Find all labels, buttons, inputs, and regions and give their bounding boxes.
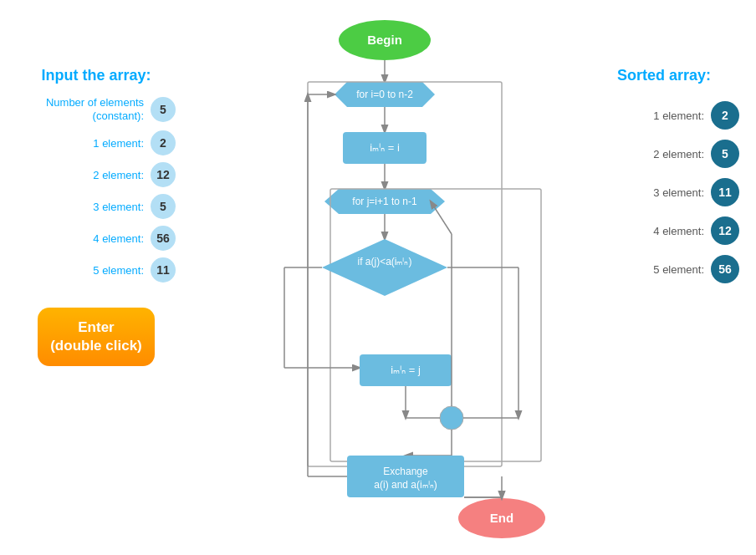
element-label-3: 3 element: <box>93 201 144 213</box>
sorted-label-2: 2 element: <box>653 148 704 160</box>
element-value-5[interactable]: 11 <box>151 257 176 283</box>
sorted-row-4: 4 element: 12 <box>580 216 748 245</box>
sorted-value-3: 11 <box>711 178 739 206</box>
exchange-label2: a(i) and a(iₘᴵₙ) <box>374 479 437 491</box>
element-value-4[interactable]: 56 <box>151 226 176 251</box>
sorted-row-5: 5 element: 56 <box>580 255 748 283</box>
element-label-5: 5 element: <box>93 264 144 277</box>
element-row-3: 3 element: 5 <box>8 194 184 219</box>
sorted-value-1: 2 <box>711 101 739 130</box>
sorted-value-2: 5 <box>711 140 739 168</box>
enter-button[interactable]: Enter(double click) <box>38 308 155 366</box>
svg-rect-4 <box>330 189 541 461</box>
element-value-2[interactable]: 12 <box>151 162 176 187</box>
imin-assign-label: iₘᴵₙ = i <box>370 141 400 154</box>
element-row-4: 4 element: 56 <box>8 226 184 251</box>
element-value-1[interactable]: 2 <box>151 130 176 155</box>
sorted-value-4: 12 <box>711 216 739 245</box>
end-label: End <box>490 511 513 525</box>
element-row-2: 2 element: 12 <box>8 162 184 187</box>
svg-line-15 <box>431 201 452 234</box>
element-label-2: 2 element: <box>93 169 144 181</box>
flowchart: Begin for i=0 to n-2 iₘᴵₙ = i for j=i+1 … <box>184 8 585 543</box>
exchange-label: Exchange <box>383 466 428 477</box>
element-label-1: 1 element: <box>93 137 144 150</box>
num-elements-label: Number of elements(constant): <box>46 96 144 122</box>
sorted-row-2: 2 element: 5 <box>580 140 748 168</box>
sorted-value-5: 56 <box>711 255 739 283</box>
loop1-label: for i=0 to n-2 <box>356 89 413 100</box>
sorted-title: Sorted array: <box>580 67 748 84</box>
sorted-row-1: 1 element: 2 <box>580 101 748 130</box>
loop2-label: for j=i+1 to n-1 <box>352 196 417 207</box>
element-label-4: 4 element: <box>93 232 144 245</box>
input-title: Input the array: <box>8 67 184 84</box>
condition-shape <box>322 239 447 296</box>
imin-j-label: iₘᴵₙ = j <box>391 364 421 376</box>
num-elements-row: Number of elements(constant): 5 <box>8 96 184 122</box>
sorted-label-1: 1 element: <box>653 109 704 122</box>
begin-label: Begin <box>367 33 402 47</box>
sorted-label-5: 5 element: <box>653 263 704 276</box>
flowchart-svg: Begin for i=0 to n-2 iₘᴵₙ = i for j=i+1 … <box>184 8 585 543</box>
connector-circle <box>440 406 463 430</box>
condition-label: if a(j)<a(iₘᴵₙ) <box>357 256 411 267</box>
left-panel: Input the array: Number of elements(cons… <box>8 67 184 366</box>
sorted-label-4: 4 element: <box>653 225 704 237</box>
sorted-label-3: 3 element: <box>653 186 704 199</box>
num-elements-value[interactable]: 5 <box>151 97 176 122</box>
element-row-1: 1 element: 2 <box>8 130 184 155</box>
element-row-5: 5 element: 11 <box>8 257 184 283</box>
element-value-3[interactable]: 5 <box>151 194 176 219</box>
sorted-row-3: 3 element: 11 <box>580 178 748 206</box>
right-panel: Sorted array: 1 element: 2 2 element: 5 … <box>580 67 748 293</box>
